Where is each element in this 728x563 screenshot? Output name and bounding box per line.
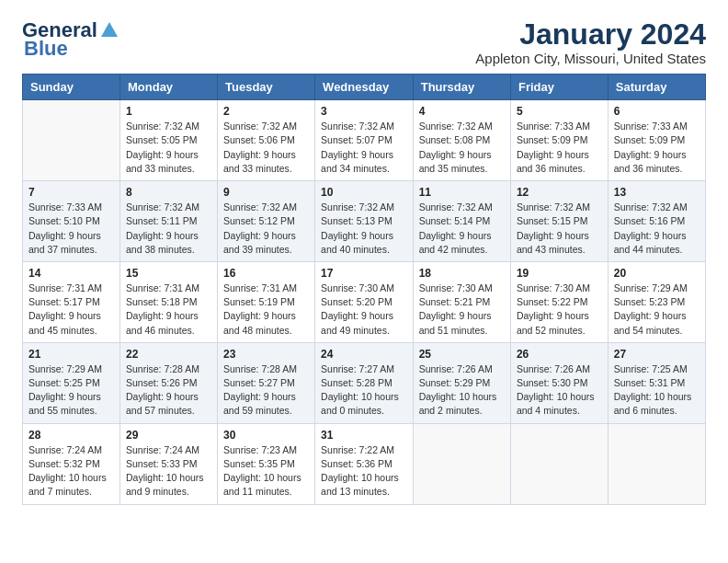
calendar-cell: 12Sunrise: 7:32 AMSunset: 5:15 PMDayligh… <box>510 181 608 262</box>
calendar-week-row: 28Sunrise: 7:24 AMSunset: 5:32 PMDayligh… <box>23 423 706 504</box>
day-number: 20 <box>614 267 700 280</box>
day-info: Sunrise: 7:29 AMSunset: 5:25 PMDaylight:… <box>28 362 114 419</box>
calendar-cell: 28Sunrise: 7:24 AMSunset: 5:32 PMDayligh… <box>23 423 120 504</box>
day-info: Sunrise: 7:32 AMSunset: 5:06 PMDaylight:… <box>223 120 309 176</box>
month-year-title: January 2024 <box>475 18 706 51</box>
day-info: Sunrise: 7:24 AMSunset: 5:33 PMDaylight:… <box>126 443 211 500</box>
day-number: 4 <box>419 105 505 118</box>
calendar-cell <box>413 423 510 504</box>
day-number: 30 <box>223 429 309 442</box>
day-info: Sunrise: 7:23 AMSunset: 5:35 PMDaylight:… <box>223 443 309 500</box>
day-number: 2 <box>223 105 309 118</box>
calendar-cell: 2Sunrise: 7:32 AMSunset: 5:06 PMDaylight… <box>218 100 315 181</box>
calendar-cell: 23Sunrise: 7:28 AMSunset: 5:27 PMDayligh… <box>218 342 315 423</box>
calendar-header-friday: Friday <box>510 75 608 100</box>
calendar-cell: 3Sunrise: 7:32 AMSunset: 5:07 PMDaylight… <box>315 100 414 181</box>
day-info: Sunrise: 7:32 AMSunset: 5:08 PMDaylight:… <box>419 120 505 176</box>
day-info: Sunrise: 7:22 AMSunset: 5:36 PMDaylight:… <box>321 443 407 500</box>
day-number: 8 <box>126 186 211 199</box>
calendar-header-row: SundayMondayTuesdayWednesdayThursdayFrid… <box>23 75 706 100</box>
calendar-header-monday: Monday <box>119 75 217 100</box>
day-number: 12 <box>517 186 602 199</box>
day-number: 15 <box>126 267 211 280</box>
day-info: Sunrise: 7:28 AMSunset: 5:26 PMDaylight:… <box>126 362 211 419</box>
day-number: 25 <box>419 348 505 361</box>
day-info: Sunrise: 7:30 AMSunset: 5:20 PMDaylight:… <box>321 282 407 338</box>
day-info: Sunrise: 7:32 AMSunset: 5:11 PMDaylight:… <box>126 201 211 257</box>
calendar-week-row: 7Sunrise: 7:33 AMSunset: 5:10 PMDaylight… <box>23 181 706 262</box>
day-info: Sunrise: 7:32 AMSunset: 5:07 PMDaylight:… <box>321 120 407 176</box>
calendar-cell: 11Sunrise: 7:32 AMSunset: 5:14 PMDayligh… <box>413 181 510 262</box>
logo-blue: Blue <box>24 37 68 61</box>
day-info: Sunrise: 7:32 AMSunset: 5:05 PMDaylight:… <box>126 120 211 176</box>
calendar-cell <box>23 100 120 181</box>
calendar-cell: 15Sunrise: 7:31 AMSunset: 5:18 PMDayligh… <box>119 261 217 342</box>
day-info: Sunrise: 7:31 AMSunset: 5:18 PMDaylight:… <box>126 282 211 338</box>
day-info: Sunrise: 7:30 AMSunset: 5:22 PMDaylight:… <box>517 282 602 338</box>
day-number: 16 <box>223 267 309 280</box>
day-number: 1 <box>126 105 211 118</box>
day-info: Sunrise: 7:32 AMSunset: 5:15 PMDaylight:… <box>517 201 602 257</box>
day-info: Sunrise: 7:25 AMSunset: 5:31 PMDaylight:… <box>614 362 700 419</box>
day-info: Sunrise: 7:33 AMSunset: 5:09 PMDaylight:… <box>517 120 602 176</box>
calendar-cell: 1Sunrise: 7:32 AMSunset: 5:05 PMDaylight… <box>119 100 217 181</box>
day-number: 9 <box>223 186 309 199</box>
day-number: 26 <box>517 348 602 361</box>
day-number: 13 <box>614 186 700 199</box>
day-info: Sunrise: 7:28 AMSunset: 5:27 PMDaylight:… <box>223 362 309 419</box>
day-number: 3 <box>321 105 407 118</box>
day-number: 23 <box>223 348 309 361</box>
calendar-cell: 22Sunrise: 7:28 AMSunset: 5:26 PMDayligh… <box>119 342 217 423</box>
calendar-cell: 25Sunrise: 7:26 AMSunset: 5:29 PMDayligh… <box>413 342 510 423</box>
day-info: Sunrise: 7:33 AMSunset: 5:10 PMDaylight:… <box>28 201 114 257</box>
calendar-cell: 21Sunrise: 7:29 AMSunset: 5:25 PMDayligh… <box>23 342 120 423</box>
calendar-cell: 9Sunrise: 7:32 AMSunset: 5:12 PMDaylight… <box>218 181 315 262</box>
calendar-cell: 29Sunrise: 7:24 AMSunset: 5:33 PMDayligh… <box>119 423 217 504</box>
calendar-cell: 18Sunrise: 7:30 AMSunset: 5:21 PMDayligh… <box>413 261 510 342</box>
day-number: 18 <box>419 267 505 280</box>
day-number: 10 <box>321 186 407 199</box>
day-info: Sunrise: 7:32 AMSunset: 5:16 PMDaylight:… <box>614 201 700 257</box>
day-info: Sunrise: 7:26 AMSunset: 5:29 PMDaylight:… <box>419 362 505 419</box>
calendar-cell <box>608 423 705 504</box>
day-number: 19 <box>517 267 602 280</box>
calendar-cell: 17Sunrise: 7:30 AMSunset: 5:20 PMDayligh… <box>315 261 414 342</box>
calendar-cell: 14Sunrise: 7:31 AMSunset: 5:17 PMDayligh… <box>23 261 120 342</box>
calendar-cell: 20Sunrise: 7:29 AMSunset: 5:23 PMDayligh… <box>608 261 705 342</box>
calendar-cell: 4Sunrise: 7:32 AMSunset: 5:08 PMDaylight… <box>413 100 510 181</box>
calendar-header-sunday: Sunday <box>23 75 120 100</box>
calendar-week-row: 1Sunrise: 7:32 AMSunset: 5:05 PMDaylight… <box>23 100 706 181</box>
calendar-cell: 6Sunrise: 7:33 AMSunset: 5:09 PMDaylight… <box>608 100 705 181</box>
day-number: 11 <box>419 186 505 199</box>
day-number: 6 <box>614 105 700 118</box>
calendar-cell: 19Sunrise: 7:30 AMSunset: 5:22 PMDayligh… <box>510 261 608 342</box>
calendar-cell: 10Sunrise: 7:32 AMSunset: 5:13 PMDayligh… <box>315 181 414 262</box>
calendar-table: SundayMondayTuesdayWednesdayThursdayFrid… <box>22 74 706 504</box>
calendar-cell: 5Sunrise: 7:33 AMSunset: 5:09 PMDaylight… <box>510 100 608 181</box>
calendar-cell: 31Sunrise: 7:22 AMSunset: 5:36 PMDayligh… <box>315 423 414 504</box>
calendar-header-thursday: Thursday <box>413 75 510 100</box>
calendar-cell: 16Sunrise: 7:31 AMSunset: 5:19 PMDayligh… <box>218 261 315 342</box>
svg-marker-0 <box>101 22 118 37</box>
calendar-cell <box>510 423 608 504</box>
calendar-header-saturday: Saturday <box>608 75 705 100</box>
calendar-cell: 24Sunrise: 7:27 AMSunset: 5:28 PMDayligh… <box>315 342 414 423</box>
calendar-cell: 30Sunrise: 7:23 AMSunset: 5:35 PMDayligh… <box>218 423 315 504</box>
calendar-cell: 7Sunrise: 7:33 AMSunset: 5:10 PMDaylight… <box>23 181 120 262</box>
day-info: Sunrise: 7:24 AMSunset: 5:32 PMDaylight:… <box>28 443 114 500</box>
day-info: Sunrise: 7:31 AMSunset: 5:17 PMDaylight:… <box>28 282 114 338</box>
day-info: Sunrise: 7:29 AMSunset: 5:23 PMDaylight:… <box>614 282 700 338</box>
day-number: 27 <box>614 348 700 361</box>
day-number: 22 <box>126 348 211 361</box>
day-info: Sunrise: 7:33 AMSunset: 5:09 PMDaylight:… <box>614 120 700 176</box>
day-number: 7 <box>28 186 114 199</box>
calendar-header-wednesday: Wednesday <box>315 75 414 100</box>
day-info: Sunrise: 7:27 AMSunset: 5:28 PMDaylight:… <box>321 362 407 419</box>
day-info: Sunrise: 7:26 AMSunset: 5:30 PMDaylight:… <box>517 362 602 419</box>
day-info: Sunrise: 7:32 AMSunset: 5:12 PMDaylight:… <box>223 201 309 257</box>
day-info: Sunrise: 7:32 AMSunset: 5:14 PMDaylight:… <box>419 201 505 257</box>
day-number: 5 <box>517 105 602 118</box>
calendar-cell: 27Sunrise: 7:25 AMSunset: 5:31 PMDayligh… <box>608 342 705 423</box>
calendar-week-row: 21Sunrise: 7:29 AMSunset: 5:25 PMDayligh… <box>23 342 706 423</box>
logo-icon <box>99 20 119 40</box>
